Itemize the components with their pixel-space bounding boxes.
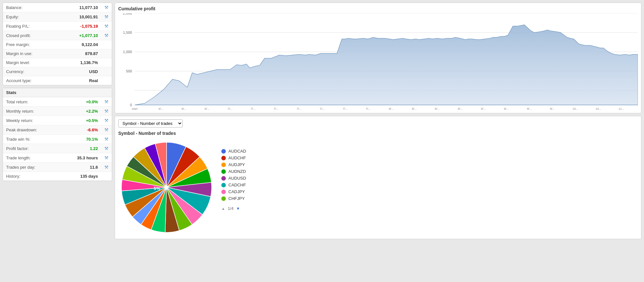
- edit-icon[interactable]: ⚒: [104, 164, 109, 170]
- svg-text:6/...: 6/...: [182, 107, 187, 110]
- pie-chart-container: 5%: [118, 139, 215, 236]
- account-label-3: Closed profit:: [3, 31, 57, 40]
- stats-value-1: +2.2%: [57, 107, 101, 116]
- legend-label-4: AUDUSD: [228, 176, 246, 181]
- account-label-8: Account type:: [3, 76, 57, 85]
- stats-edit-1[interactable]: ⚒: [101, 107, 112, 116]
- account-value-0: 11,077.10: [57, 3, 101, 12]
- svg-text:10...: 10...: [572, 107, 578, 110]
- legend-dot-1: [221, 156, 226, 160]
- pie-center-label: 5%: [154, 186, 160, 191]
- legend-label-0: AUDCAD: [228, 149, 246, 154]
- account-value-1: 10,001.91: [57, 12, 101, 22]
- account-label-1: Equity:: [3, 12, 57, 22]
- edit-icon[interactable]: ⚒: [104, 24, 109, 29]
- stats-label-0: Total return:: [3, 97, 57, 107]
- stats-table: Total return:+0.0%⚒Monthly return:+2.2%⚒…: [3, 97, 112, 181]
- stats-label-6: Trade length:: [3, 153, 57, 163]
- profit-svg: 2,000 1,500 1,000 500 0 st: [118, 13, 638, 110]
- legend-dot-0: [221, 149, 226, 154]
- stats-edit-6[interactable]: ⚒: [101, 153, 112, 163]
- edit-icon[interactable]: ⚒: [104, 14, 109, 19]
- stats-edit-4[interactable]: ⚒: [101, 135, 112, 144]
- stats-value-6: 35.3 hours: [57, 153, 101, 163]
- account-edit-3[interactable]: ⚒: [101, 31, 112, 40]
- edit-icon[interactable]: ⚒: [104, 155, 109, 160]
- stats-edit-0[interactable]: ⚒: [101, 97, 112, 107]
- stats-row-8: History:135 days: [3, 172, 112, 181]
- account-value-6: 1,136.7%: [57, 58, 101, 67]
- account-label-6: Margin level:: [3, 58, 57, 67]
- edit-icon[interactable]: ⚒: [104, 146, 109, 151]
- legend-item-2: AUDJPY: [221, 162, 246, 167]
- account-row-5: Margin in use:879.87: [3, 49, 112, 58]
- svg-text:2,000: 2,000: [123, 13, 132, 15]
- svg-text:7/...: 7/...: [274, 107, 278, 110]
- svg-text:1,000: 1,000: [123, 50, 132, 54]
- account-edit-5: [101, 49, 112, 58]
- stats-value-7: 11.6: [57, 163, 101, 172]
- account-row-2: Floating P/L:-1,075.19⚒: [3, 22, 112, 31]
- legend-dot-5: [221, 183, 226, 187]
- stats-row-5: Profit factor:1.22⚒: [3, 144, 112, 153]
- svg-text:6/...: 6/...: [159, 107, 163, 110]
- cumulative-profit-title: Cumulative profit: [118, 6, 638, 11]
- svg-text:start: start: [132, 107, 138, 110]
- account-label-5: Margin in use:: [3, 49, 57, 58]
- svg-text:9/...: 9/...: [527, 107, 532, 110]
- stats-value-4: 70.1%: [57, 135, 101, 144]
- stats-value-0: +0.0%: [57, 97, 101, 107]
- account-card: Balance:11,077.10⚒Equity:10,001.91⚒Float…: [3, 3, 112, 85]
- account-edit-1[interactable]: ⚒: [101, 12, 112, 22]
- main-container: Balance:11,077.10⚒Equity:10,001.91⚒Float…: [0, 0, 644, 282]
- chart-type-dropdown[interactable]: Symbol - Number of tradesSymbol - Profit…: [118, 119, 183, 127]
- edit-icon[interactable]: ⚒: [104, 99, 109, 104]
- account-edit-7: [101, 67, 112, 76]
- stats-value-8: 135 days: [57, 172, 101, 181]
- svg-text:7/...: 7/...: [366, 107, 370, 110]
- edit-icon[interactable]: ⚒: [104, 127, 109, 132]
- legend-next-button[interactable]: ▼: [236, 206, 240, 211]
- right-panel: Cumulative profit 2,000 1,500 1,000 500 …: [115, 3, 641, 279]
- account-label-2: Floating P/L:: [3, 22, 57, 31]
- stats-row-2: Weekly return:+0.5%⚒: [3, 116, 112, 125]
- stats-row-0: Total return:+0.0%⚒: [3, 97, 112, 107]
- svg-text:6/...: 6/...: [205, 107, 209, 110]
- account-row-6: Margin level:1,136.7%: [3, 58, 112, 67]
- svg-text:0: 0: [130, 103, 132, 107]
- account-value-2: -1,075.19: [57, 22, 101, 31]
- bottom-section: Symbol - Number of tradesSymbol - Profit…: [115, 116, 641, 239]
- stats-label-3: Peak drawdown:: [3, 125, 57, 135]
- legend-label-3: AUDNZD: [228, 169, 246, 174]
- stats-edit-7[interactable]: ⚒: [101, 163, 112, 172]
- svg-text:8/...: 8/...: [389, 107, 394, 110]
- legend-item-7: CHFJPY: [221, 196, 246, 201]
- legend-item-6: CADJPY: [221, 189, 246, 194]
- svg-text:7/...: 7/...: [251, 107, 255, 110]
- stats-label-7: Trades per day:: [3, 163, 57, 172]
- stats-edit-5[interactable]: ⚒: [101, 144, 112, 153]
- edit-icon[interactable]: ⚒: [104, 136, 109, 142]
- edit-icon[interactable]: ⚒: [104, 33, 109, 38]
- edit-icon[interactable]: ⚒: [104, 108, 109, 114]
- edit-icon[interactable]: ⚒: [104, 5, 109, 10]
- pie-chart-content: 5% AUDCADAUDCHFAUDJPYAUDNZDAUDUSDCADCHFC…: [118, 139, 638, 236]
- account-edit-6: [101, 58, 112, 67]
- stats-label-8: History:: [3, 172, 57, 181]
- stats-card: Stats Total return:+0.0%⚒Monthly return:…: [3, 88, 112, 181]
- stats-edit-3[interactable]: ⚒: [101, 125, 112, 135]
- svg-text:11...: 11...: [619, 107, 624, 110]
- edit-icon[interactable]: ⚒: [104, 118, 109, 123]
- legend-label-1: AUDCHF: [228, 155, 246, 160]
- account-edit-0[interactable]: ⚒: [101, 3, 112, 12]
- legend-label-7: CHFJPY: [228, 196, 245, 201]
- stats-edit-2[interactable]: ⚒: [101, 116, 112, 125]
- account-edit-2[interactable]: ⚒: [101, 22, 112, 31]
- legend-prev-button[interactable]: ▲: [221, 206, 225, 211]
- account-row-4: Free margin:9,122.04: [3, 40, 112, 49]
- svg-text:9/...: 9/...: [550, 107, 555, 110]
- legend-label-5: CADCHF: [228, 183, 246, 187]
- legend-item-0: AUDCAD: [221, 149, 246, 154]
- account-label-0: Balance:: [3, 3, 57, 12]
- account-label-7: Currency:: [3, 67, 57, 76]
